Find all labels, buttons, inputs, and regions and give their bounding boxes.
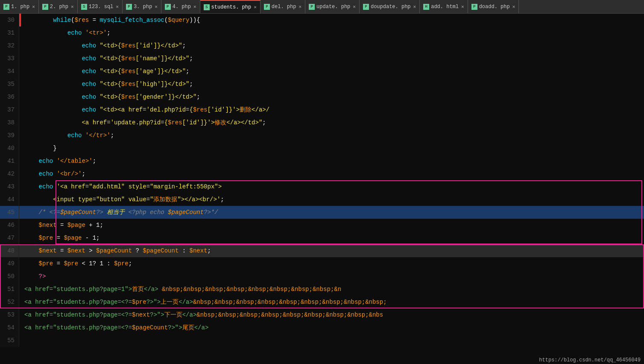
code-line-41: 41 echo '</table>'; (0, 155, 644, 167)
code-line-49: 49 $pre = $pre < 1? 1 : $pre; (0, 257, 644, 270)
line-number-45: 45 (0, 206, 19, 219)
tab-label-10: add. html (431, 4, 459, 10)
close-icon-9[interactable]: ✕ (413, 4, 416, 9)
code-line-48: 48 $next = $next > $pageCount ? $pageCou… (0, 244, 644, 257)
code-line-38: 38 <a href='update.php?id={$res['id']}'>… (0, 116, 644, 129)
close-icon-2[interactable]: ✕ (71, 4, 74, 9)
close-icon-5[interactable]: ✕ (193, 4, 196, 9)
tab-label-11: doadd. php (479, 4, 510, 10)
line-number-51: 51 (0, 283, 19, 296)
tab-3php[interactable]: P 3. php ✕ (123, 0, 161, 14)
line-content-50: ?> (19, 270, 644, 283)
tab-addhtml[interactable]: H add. html ✕ (420, 0, 468, 14)
tab-label-4: 3. php (134, 4, 152, 10)
code-line-53: 53 <a href="students.php?page=<?=$next?>… (0, 308, 644, 321)
close-icon-10[interactable]: ✕ (461, 4, 464, 9)
code-line-31: 31 echo '<tr>'; (0, 26, 644, 39)
line-number-52: 52 (0, 296, 19, 308)
breakpoint-marker[interactable] (19, 14, 21, 26)
tab-4php[interactable]: P 4. php ✕ (161, 0, 200, 14)
line-content-44: <input type="button" value="添加数据"></a><b… (19, 193, 644, 206)
line-content-30: while($res = mysqli_fetch_assoc($query))… (19, 14, 644, 26)
line-number-32: 32 (0, 39, 19, 52)
line-content-36: echo "<td>{$res['gender']}</td>"; (19, 91, 644, 103)
tab-icon-9: P (363, 4, 369, 10)
line-number-40: 40 (0, 142, 19, 155)
line-number-48: 48 (0, 244, 19, 257)
code-line-35: 35 echo "<td>{$res['high']}</td>"; (0, 78, 644, 91)
close-icon-7[interactable]: ✕ (299, 4, 302, 9)
line-number-49: 49 (0, 257, 19, 270)
code-editor[interactable]: 30 while($res = mysqli_fetch_assoc($quer… (0, 14, 644, 364)
line-content-37: echo "<td><a href='del.php?id={$res['id'… (19, 103, 644, 116)
close-icon-4[interactable]: ✕ (155, 4, 158, 9)
line-content-39: echo '</tr>'; (19, 129, 644, 142)
line-number-34: 34 (0, 65, 19, 78)
tab-label-6: students. php (211, 4, 252, 10)
line-number-53: 53 (0, 308, 19, 321)
tab-label-5: 4. php (173, 4, 191, 10)
tab-doaddphp[interactable]: P doadd. php ✕ (468, 0, 519, 14)
code-line-44: 44 <input type="button" value="添加数据"></a… (0, 193, 644, 206)
tab-icon-6: S (204, 4, 210, 10)
line-number-33: 33 (0, 52, 19, 65)
tab-updatephp[interactable]: P update. php ✕ (305, 0, 360, 14)
code-line-37: 37 echo "<td><a href='del.php?id={$res['… (0, 103, 644, 116)
line-content-38: <a href='update.php?id={$res['id']}'>修改<… (19, 116, 644, 129)
code-line-50: 50 ?> (0, 270, 644, 283)
code-line-34: 34 echo "<td>{$res['age']}</td>"; (0, 65, 644, 78)
line-number-39: 39 (0, 129, 19, 142)
line-number-54: 54 (0, 321, 19, 334)
line-number-37: 37 (0, 103, 19, 116)
status-bar-url: https://blog.csdn.net/qq_46456049 (536, 356, 644, 364)
tab-icon-11: P (471, 4, 477, 10)
code-line-40: 40 } (0, 142, 644, 155)
code-line-55: 55 (0, 334, 644, 347)
line-content-51: <a href="students.php?page=1">首页</a> &nb… (19, 283, 644, 296)
line-content-41: echo '</table>'; (19, 155, 644, 167)
line-content-49: $pre = $pre < 1? 1 : $pre; (19, 257, 644, 270)
close-icon-3[interactable]: ✕ (116, 4, 119, 9)
tab-1php[interactable]: P 1. php ✕ (0, 0, 39, 14)
line-number-50: 50 (0, 270, 19, 283)
tab-delphp[interactable]: P del. php ✕ (261, 0, 305, 14)
code-line-46: 46 $next = $page + 1; (0, 219, 644, 232)
code-line-51: 51 <a href="students.php?page=1">首页</a> … (0, 283, 644, 296)
tab-label-7: del. php (272, 4, 296, 10)
code-line-33: 33 echo "<td>{$res['name']}</td>"; (0, 52, 644, 65)
line-number-55: 55 (0, 334, 19, 347)
tab-icon-10: H (423, 4, 429, 10)
line-number-46: 46 (0, 219, 19, 232)
tab-icon-2: P (42, 4, 48, 10)
close-icon-11[interactable]: ✕ (512, 4, 515, 9)
code-line-36: 36 echo "<td>{$res['gender']}</td>"; (0, 91, 644, 103)
line-number-47: 47 (0, 232, 19, 244)
line-content-33: echo "<td>{$res['name']}</td>"; (19, 52, 644, 65)
line-content-55 (19, 334, 644, 347)
tab-label-2: 2. php (50, 4, 68, 10)
line-content-47: $pre = $page - 1; (19, 232, 644, 244)
code-line-39: 39 echo '</tr>'; (0, 129, 644, 142)
line-content-43: echo '<a href="add.html" style="margin-l… (19, 180, 644, 193)
tab-2php[interactable]: P 2. php ✕ (39, 0, 78, 14)
line-content-54: <a href="students.php?page=<?=$pageCount… (19, 321, 644, 334)
code-line-30: 30 while($res = mysqli_fetch_assoc($quer… (0, 14, 644, 26)
tab-123sql[interactable]: S 123. sql ✕ (78, 0, 123, 14)
tab-studentsphp[interactable]: S students. php ✕ (200, 0, 261, 14)
line-content-48: $next = $next > $pageCount ? $pageCount … (19, 244, 644, 257)
line-content-42: echo '<br/>'; (19, 167, 644, 180)
tab-icon-1: P (3, 4, 9, 10)
tab-doupdatephp[interactable]: P doupdate. php ✕ (360, 0, 420, 14)
close-icon-6[interactable]: ✕ (254, 4, 257, 10)
tab-label-3: 123. sql (89, 4, 114, 10)
code-line-43: 43 echo '<a href="add.html" style="margi… (0, 180, 644, 193)
close-icon-1[interactable]: ✕ (32, 4, 35, 9)
code-line-45: 45 /* <?=$pageCount?> 相当于 <?php echo $pa… (0, 206, 644, 219)
tab-icon-8: P (309, 4, 315, 10)
line-number-36: 36 (0, 91, 19, 103)
status-url-text: https://blog.csdn.net/qq_46456049 (539, 357, 641, 363)
close-icon-8[interactable]: ✕ (353, 4, 356, 9)
line-number-41: 41 (0, 155, 19, 167)
tab-label-9: doupdate. php (371, 4, 411, 10)
code-line-52: 52 <a href="students.php?page=<?=$pre?>"… (0, 296, 644, 308)
